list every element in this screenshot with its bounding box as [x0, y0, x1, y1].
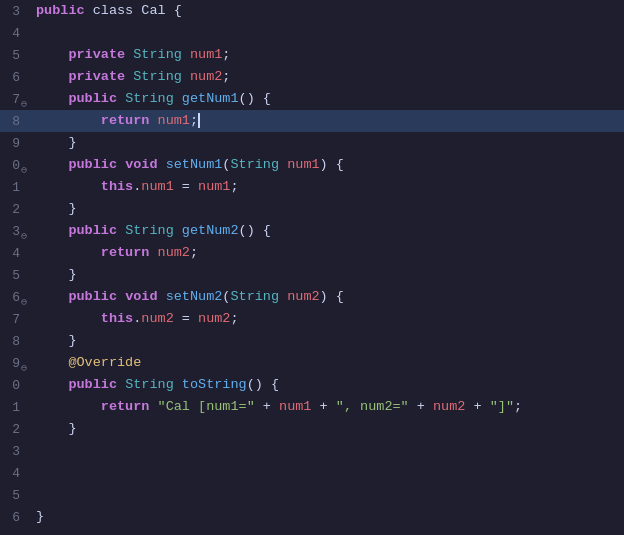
line-content-10: public void setNum1(String num1) { [28, 154, 624, 176]
code-line-15: 5 } [0, 264, 624, 286]
line-content-13: public String getNum2() { [28, 220, 624, 242]
line-content-6: private String num2; [28, 66, 624, 88]
code-line-10: 0⊖ public void setNum1(String num1) { [0, 154, 624, 176]
code-line-12: 2 } [0, 198, 624, 220]
line-num-5: 5 [0, 48, 28, 63]
line-num-25: 5 [0, 488, 28, 503]
code-line-21: 1 return "Cal [num1=" + num1 + ", num2="… [0, 396, 624, 418]
code-line-14: 4 return num2; [0, 242, 624, 264]
code-line-18: 8 } [0, 330, 624, 352]
line-num-13: 3⊖ [0, 224, 28, 239]
code-line-13: 3⊖ public String getNum2() { [0, 220, 624, 242]
code-line-23: 3 [0, 440, 624, 462]
line-content-7: public String getNum1() { [28, 88, 624, 110]
line-content-5: private String num1; [28, 44, 624, 66]
code-line-24: 4 [0, 462, 624, 484]
code-line-4: 4 [0, 22, 624, 44]
line-num-3: 3 [0, 4, 28, 19]
line-content-22: } [28, 418, 624, 440]
line-num-20: 0 [0, 378, 28, 393]
line-num-12: 2 [0, 202, 28, 217]
code-line-6: 6 private String num2; [0, 66, 624, 88]
code-line-7: 7⊖ public String getNum1() { [0, 88, 624, 110]
line-num-6: 6 [0, 70, 28, 85]
line-num-23: 3 [0, 444, 28, 459]
code-editor: 3 public class Cal { 4 5 private String … [0, 0, 624, 535]
line-content-26: } [28, 506, 624, 528]
line-content-20: public String toString() { [28, 374, 624, 396]
line-num-9: 9 [0, 136, 28, 151]
code-line-20: 0 public String toString() { [0, 374, 624, 396]
line-num-10: 0⊖ [0, 158, 28, 173]
line-num-17: 7 [0, 312, 28, 327]
line-num-21: 1 [0, 400, 28, 415]
line-num-16: 6⊖ [0, 290, 28, 305]
line-num-8: 8 [0, 114, 28, 129]
line-num-24: 4 [0, 466, 28, 481]
line-num-15: 5 [0, 268, 28, 283]
code-line-25: 5 [0, 484, 624, 506]
line-content-11: this.num1 = num1; [28, 176, 624, 198]
code-line-17: 7 this.num2 = num2; [0, 308, 624, 330]
line-num-19: 9⊖ [0, 356, 28, 371]
line-num-4: 4 [0, 26, 28, 41]
code-line-16: 6⊖ public void setNum2(String num2) { [0, 286, 624, 308]
code-line-9: 9 } [0, 132, 624, 154]
code-line-19: 9⊖ @Override [0, 352, 624, 374]
line-num-7: 7⊖ [0, 92, 28, 107]
line-content-16: public void setNum2(String num2) { [28, 286, 624, 308]
line-content-12: } [28, 198, 624, 220]
line-num-22: 2 [0, 422, 28, 437]
code-line-26: 6 } [0, 506, 624, 528]
code-line-3: 3 public class Cal { [0, 0, 624, 22]
line-content-14: return num2; [28, 242, 624, 264]
line-content-9: } [28, 132, 624, 154]
line-content-3: public class Cal { [28, 0, 624, 22]
line-content-18: } [28, 330, 624, 352]
line-num-18: 8 [0, 334, 28, 349]
line-num-26: 6 [0, 510, 28, 525]
code-line-11: 1 this.num1 = num1; [0, 176, 624, 198]
code-line-8: 8 return num1; [0, 110, 624, 132]
line-content-15: } [28, 264, 624, 286]
line-content-17: this.num2 = num2; [28, 308, 624, 330]
line-content-8: return num1; [28, 110, 624, 132]
code-line-22: 2 } [0, 418, 624, 440]
code-line-5: 5 private String num1; [0, 44, 624, 66]
line-content-21: return "Cal [num1=" + num1 + ", num2=" +… [28, 396, 624, 418]
line-num-14: 4 [0, 246, 28, 261]
line-num-11: 1 [0, 180, 28, 195]
line-content-19: @Override [28, 352, 624, 374]
